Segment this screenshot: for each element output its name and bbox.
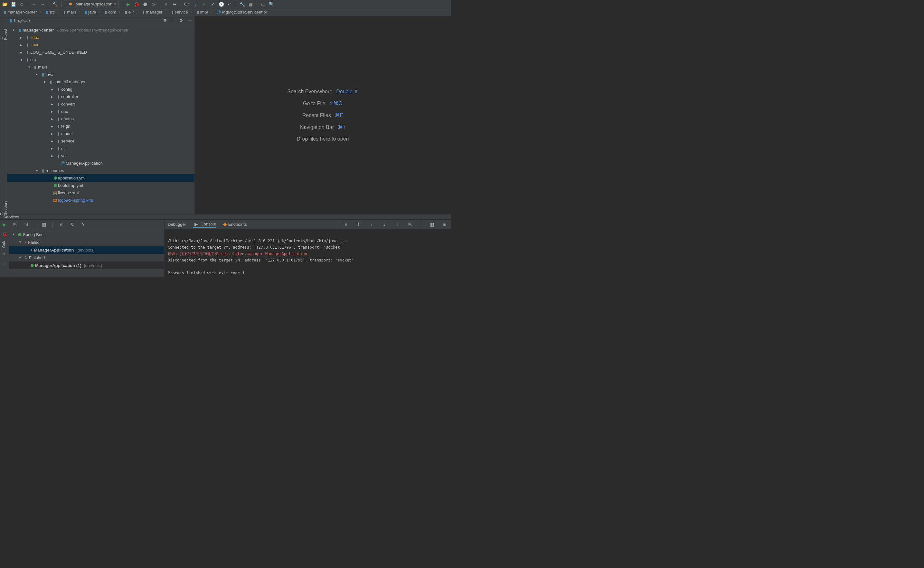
chevron-down-icon: ▾: [29, 19, 30, 22]
git-revert-icon[interactable]: ↶: [227, 1, 232, 7]
up-icon[interactable]: ↑: [394, 222, 400, 227]
filter-icon[interactable]: ⎘: [59, 222, 64, 227]
hide-icon[interactable]: —: [188, 18, 192, 23]
crumb-impl[interactable]: ▮impl: [195, 10, 209, 15]
tree-enums[interactable]: ▶▮enums: [7, 115, 194, 122]
attach-icon[interactable]: ⬌: [171, 1, 177, 7]
tree-pkg[interactable]: ▼▮com.elif.manager: [7, 78, 194, 86]
sidebar-tab-structure[interactable]: 7: Structure: [0, 201, 8, 215]
debug-icon[interactable]: 🐞: [134, 1, 140, 7]
services-header-label: Services: [3, 215, 19, 219]
crumb-com[interactable]: ▮com: [103, 10, 118, 15]
tab-endpoints[interactable]: ⬣Endpoints: [223, 222, 247, 227]
expand-all-icon[interactable]: ⇱: [12, 222, 18, 227]
locate-icon[interactable]: ⊕: [163, 18, 167, 23]
left-tool-sidebar: 1: Project 7: Structure Web: [0, 16, 7, 214]
run-icon[interactable]: ▶: [2, 222, 8, 227]
tree-java[interactable]: ▼▮java: [7, 71, 194, 78]
tab-console[interactable]: ▶Console: [193, 221, 216, 228]
console-output[interactable]: /Library/Java/JavaVirtualMachines/jdk1.8…: [165, 229, 451, 277]
filter3-icon[interactable]: Y: [80, 222, 86, 227]
crumb-main[interactable]: ▮main: [62, 10, 77, 15]
tab-debugger[interactable]: Debugger: [168, 222, 186, 227]
export-icon[interactable]: ⇱: [407, 222, 413, 227]
tree-resources[interactable]: ▼▮resources: [7, 167, 194, 174]
debug-icon[interactable]: 🐞: [2, 231, 8, 237]
coverage-icon[interactable]: ⬣: [142, 1, 148, 7]
scroll-icon[interactable]: ⤒: [356, 222, 362, 227]
tree-idea[interactable]: ▶▮.idea: [7, 34, 194, 41]
expand-icon[interactable]: ≑: [171, 18, 175, 23]
skip-icon[interactable]: ⏭: [2, 251, 8, 256]
collapse-all-icon[interactable]: ⇲: [23, 222, 29, 227]
empty-editor: Search EverywhereDouble ⇧ Go to File⇧⌘O …: [195, 16, 451, 214]
tree-app-yml[interactable]: ⬢application.yml: [7, 174, 194, 182]
tree-app-class[interactable]: ⒸManagerApplication: [7, 160, 194, 167]
tree-vo[interactable]: ▶▮vo: [7, 152, 194, 160]
filter2-icon[interactable]: ↯: [70, 222, 75, 227]
save-icon[interactable]: 💾: [10, 1, 16, 7]
tree-main[interactable]: ▼▮main: [7, 63, 194, 71]
project-structure-icon[interactable]: ▦: [248, 1, 253, 7]
tree-logback-xml[interactable]: ▤logback-spring.xml: [7, 196, 194, 204]
svc-finished[interactable]: ▼↻Finished: [9, 254, 164, 261]
back-icon[interactable]: ←: [31, 1, 37, 7]
svc-springboot[interactable]: ▼⬢Spring Boot: [9, 231, 164, 238]
tree-util[interactable]: ▶▮util: [7, 145, 194, 152]
down-icon[interactable]: ↓: [369, 222, 374, 227]
git-commit-icon[interactable]: ✓: [201, 1, 208, 7]
forward-icon[interactable]: →: [39, 1, 45, 7]
tip-gotofile: Go to File⇧⌘O: [303, 100, 342, 106]
tree-root[interactable]: ▼▮ manager-center ~/developer/code/sshy/…: [7, 26, 194, 34]
wrap-icon[interactable]: ≡: [343, 222, 349, 227]
tree-dao[interactable]: ▶▮dao: [7, 108, 194, 115]
profile-icon[interactable]: ⟳: [151, 1, 156, 7]
sidebar-tab-project[interactable]: 1: Project: [0, 29, 8, 40]
stop-icon[interactable]: ■: [163, 1, 169, 7]
separator: [35, 222, 35, 227]
crumb-root[interactable]: ▮manager-center: [3, 10, 38, 15]
pause-icon[interactable]: ⏸: [2, 260, 8, 266]
svc-failed[interactable]: ▼●Failed: [9, 238, 164, 246]
separator: [61, 1, 62, 7]
tree-loghome[interactable]: ▶▮LOG_HOME_IS_UNDEFINED: [7, 48, 194, 56]
gear-icon[interactable]: ⚙: [179, 18, 183, 23]
tree-model[interactable]: ▶▮model: [7, 130, 194, 137]
svc-app-failed[interactable]: ●ManagerApplication[devtools]: [9, 246, 164, 254]
crumb-manager[interactable]: ▮manager: [141, 10, 164, 15]
settings-icon[interactable]: 🔧: [239, 1, 245, 7]
search-icon[interactable]: 🔍: [268, 1, 274, 7]
console-tabs: Debugger ▶Console ⬣Endpoints ≡ ⤒ ↓ ⇣ ↑ ⇱…: [165, 220, 451, 229]
group-icon[interactable]: ▦: [41, 222, 47, 227]
tree-src[interactable]: ▼▮src: [7, 56, 194, 63]
down2-icon[interactable]: ⇣: [382, 222, 387, 227]
tree-controller[interactable]: ▶▮controller: [7, 93, 194, 100]
run-icon[interactable]: ▶: [126, 1, 131, 7]
git-compare-icon[interactable]: ⤢: [210, 1, 216, 7]
project-title[interactable]: ▮ Project ▾: [10, 18, 30, 23]
tree-convert[interactable]: ▶▮convert: [7, 100, 194, 108]
open-icon[interactable]: 📂: [2, 1, 8, 7]
crumb-file[interactable]: ⒸMgMgtStoreServiceImpl: [215, 9, 268, 15]
sidebar-tab-web[interactable]: Web: [2, 241, 6, 248]
crumb-java[interactable]: ▮java: [83, 10, 97, 15]
tree-license-xml[interactable]: ▤license.xml: [7, 189, 194, 196]
settings2-icon[interactable]: ≋: [442, 222, 447, 227]
crumb-src[interactable]: ▮src: [44, 10, 56, 15]
crumb-elif[interactable]: ▮elif: [124, 10, 135, 15]
crumb-service[interactable]: ▮service: [170, 10, 189, 15]
run-config-selector[interactable]: ⬢ ManagerApplication ▾: [65, 1, 119, 8]
build-icon[interactable]: 🔨: [52, 1, 58, 7]
tree-mvn[interactable]: ▶▮.mvn: [7, 41, 194, 48]
layout-icon[interactable]: ▦: [429, 222, 435, 227]
tree-bootstrap-yml[interactable]: ⬢bootstrap.yml: [7, 182, 194, 189]
presentation-icon[interactable]: ▭: [260, 1, 266, 7]
sync-icon[interactable]: ⟲: [19, 1, 24, 7]
git-history-icon[interactable]: 🕓: [218, 1, 224, 7]
tree-feign[interactable]: ▶▮feign: [7, 122, 194, 130]
tree-config[interactable]: ▶▮config: [7, 86, 194, 93]
git-update-icon[interactable]: ↙: [193, 1, 199, 7]
services-header[interactable]: Services: [0, 215, 451, 220]
svc-app-finished[interactable]: ⬢ManagerApplication (1)[devtools]: [9, 261, 164, 269]
tree-service[interactable]: ▶▮service: [7, 137, 194, 145]
